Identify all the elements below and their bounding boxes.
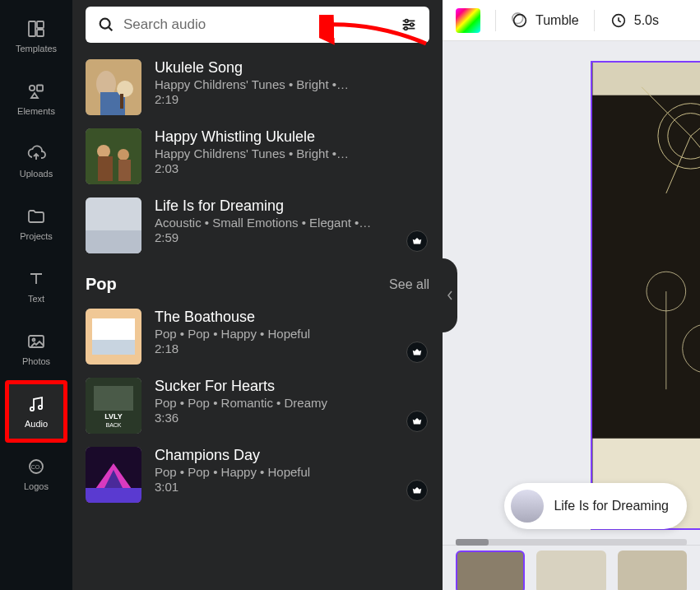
- sidebar-item-label: Elements: [17, 106, 55, 116]
- horizontal-scrollbar[interactable]: [456, 539, 687, 546]
- svg-rect-22: [98, 156, 113, 181]
- track-meta: Pop • Pop • Happy • Hopeful: [155, 465, 429, 479]
- sidebar-item-label: Audio: [25, 419, 48, 429]
- svg-point-6: [33, 339, 35, 341]
- svg-point-18: [117, 81, 133, 97]
- track-duration: 3:36: [155, 411, 429, 425]
- svg-point-11: [100, 19, 110, 29]
- animation-selector[interactable]: Tumble: [511, 12, 579, 30]
- track-duration: 2:03: [155, 161, 429, 175]
- see-all-link[interactable]: See all: [389, 277, 429, 292]
- page-thumb[interactable]: [618, 551, 687, 590]
- svg-rect-29: [92, 340, 135, 355]
- sidebar-item-projects[interactable]: Projects: [5, 193, 67, 255]
- pro-badge-icon: [406, 230, 428, 252]
- svg-point-14: [405, 27, 408, 30]
- svg-point-8: [39, 406, 42, 409]
- page-thumb[interactable]: [536, 551, 605, 590]
- sidebar-item-logos[interactable]: CO. Logos: [5, 443, 67, 505]
- svg-rect-19: [120, 94, 123, 109]
- now-playing-title: Life Is for Dreaming: [554, 499, 669, 513]
- sidebar-item-photos[interactable]: Photos: [5, 318, 67, 380]
- sidebar-item-label: Photos: [22, 356, 50, 366]
- track-thumb: LVLYBACK: [86, 378, 141, 434]
- track-item[interactable]: Life Is for Dreaming Acoustic • Small Em…: [86, 191, 429, 260]
- pro-badge-icon: [406, 411, 428, 432]
- track-title: Sucker For Hearts: [155, 378, 429, 395]
- search-icon: [97, 16, 115, 34]
- track-title: Life Is for Dreaming: [155, 197, 429, 215]
- svg-point-13: [410, 23, 414, 26]
- track-title: The Boathouse: [155, 309, 429, 326]
- svg-rect-31: [94, 386, 133, 411]
- sidebar: Templates Elements Uploads Projects Text…: [0, 0, 72, 590]
- sidebar-item-label: Uploads: [20, 169, 53, 179]
- svg-point-21: [97, 145, 110, 158]
- svg-point-36: [514, 14, 526, 26]
- page-thumbnails: [443, 545, 700, 590]
- svg-rect-4: [37, 86, 43, 91]
- track-meta: Pop • Pop • Happy • Hopeful: [155, 327, 429, 341]
- search-input[interactable]: [123, 16, 392, 33]
- svg-point-7: [30, 407, 34, 411]
- sidebar-item-uploads[interactable]: Uploads: [5, 130, 67, 193]
- svg-rect-0: [29, 21, 35, 36]
- animation-label: Tumble: [535, 13, 579, 28]
- sidebar-item-label: Text: [28, 294, 44, 304]
- svg-rect-24: [118, 160, 131, 181]
- track-item[interactable]: Ukulele Song Happy Childrens' Tunes • Br…: [86, 53, 429, 122]
- track-item[interactable]: LVLYBACK Sucker For Hearts Pop • Pop • R…: [86, 371, 429, 440]
- track-item[interactable]: Happy Whistling Ukulele Happy Childrens'…: [86, 122, 429, 191]
- track-title: Champions Day: [155, 447, 429, 464]
- color-swatch[interactable]: [456, 8, 480, 33]
- pro-badge-icon: [406, 341, 428, 363]
- track-list: Ukulele Song Happy Childrens' Tunes • Br…: [72, 53, 443, 590]
- canvas-toolbar: Tumble 5.0s: [443, 0, 700, 41]
- sidebar-item-label: Logos: [24, 481, 49, 491]
- svg-rect-20: [86, 128, 141, 184]
- search-bar[interactable]: [86, 7, 429, 43]
- section-title: Pop: [86, 275, 117, 294]
- svg-rect-26: [86, 230, 141, 253]
- svg-point-12: [405, 20, 408, 23]
- timing-selector[interactable]: 5.0s: [610, 12, 659, 30]
- track-thumb: [86, 128, 141, 184]
- track-title: Ukulele Song: [155, 59, 429, 77]
- sidebar-item-templates[interactable]: Templates: [5, 5, 67, 67]
- canvas-area: Tumble 5.0s: [443, 0, 700, 590]
- svg-point-3: [30, 86, 35, 91]
- animation-icon: [511, 12, 529, 30]
- track-thumb: [86, 197, 141, 253]
- page-thumb[interactable]: [456, 551, 525, 590]
- now-playing-thumb: [511, 490, 544, 523]
- svg-rect-40: [592, 63, 700, 95]
- svg-rect-2: [37, 30, 44, 36]
- svg-rect-1: [37, 21, 44, 28]
- sidebar-item-text[interactable]: Text: [5, 255, 67, 318]
- svg-text:CO.: CO.: [31, 464, 42, 470]
- now-playing-pill[interactable]: Life Is for Dreaming: [504, 483, 687, 529]
- sidebar-item-label: Templates: [16, 44, 57, 53]
- canvas-frame[interactable]: [591, 61, 700, 530]
- sidebar-item-audio[interactable]: Audio: [5, 380, 67, 443]
- track-thumb: [86, 447, 141, 503]
- pro-badge-icon: [406, 480, 428, 501]
- track-duration: 3:01: [155, 480, 429, 494]
- sidebar-item-label: Projects: [20, 231, 53, 241]
- svg-text:BACK: BACK: [105, 422, 121, 428]
- track-thumb: [86, 59, 141, 115]
- timing-label: 5.0s: [634, 13, 659, 28]
- sidebar-item-elements[interactable]: Elements: [5, 67, 67, 130]
- track-meta: Happy Childrens' Tunes • Bright •…: [155, 146, 429, 160]
- track-item[interactable]: Champions Day Pop • Pop • Happy • Hopefu…: [86, 440, 429, 509]
- svg-rect-35: [86, 488, 141, 503]
- audio-panel: Ukulele Song Happy Childrens' Tunes • Br…: [72, 0, 443, 590]
- svg-text:LVLY: LVLY: [104, 412, 123, 420]
- track-title: Happy Whistling Ukulele: [155, 128, 429, 146]
- canvas-content: [592, 63, 700, 528]
- track-duration: 2:18: [155, 341, 429, 355]
- track-meta: Pop • Pop • Romantic • Dreamy: [155, 396, 429, 410]
- track-item[interactable]: The Boathouse Pop • Pop • Happy • Hopefu…: [86, 302, 429, 371]
- track-meta: Acoustic • Small Emotions • Elegant •…: [155, 216, 429, 230]
- filter-icon[interactable]: [400, 16, 418, 34]
